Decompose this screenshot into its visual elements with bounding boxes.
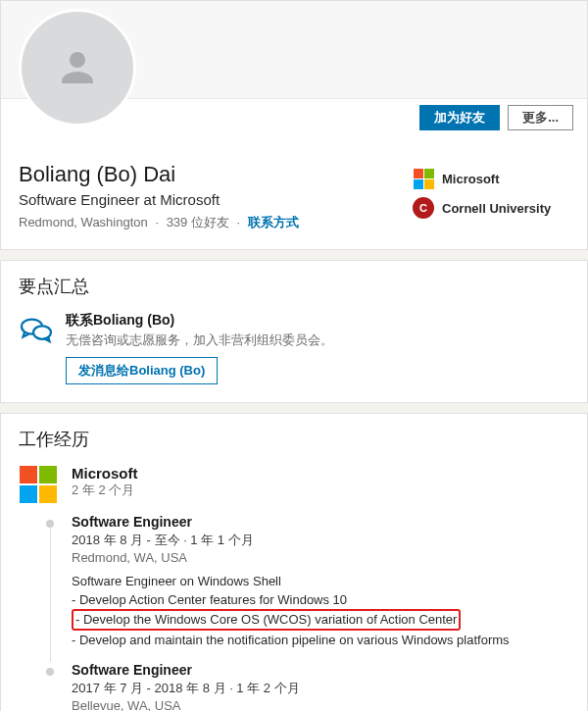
highlighted-line: - Develop the Windows Core OS (WCOS) var… — [72, 609, 461, 631]
company-name: Microsoft — [72, 465, 138, 482]
section-title: 要点汇总 — [19, 275, 569, 298]
experience-role: Software Engineer2018 年 8 月 - 至今 · 1 年 1… — [72, 514, 569, 648]
org-name: Cornell University — [442, 201, 551, 216]
profile-headline: Software Engineer at Microsoft — [19, 191, 413, 208]
role-dates: 2018 年 8 月 - 至今 · 1 年 1 个月 — [72, 532, 569, 549]
highlight-title: 联系Boliang (Bo) — [66, 312, 333, 330]
role-description: Software Engineer on Windows Shell- Deve… — [72, 573, 569, 648]
cover-area — [1, 1, 587, 99]
microsoft-logo-icon — [19, 465, 58, 504]
role-location: Bellevue, WA, USA — [72, 698, 569, 711]
profile-card: 加为好友 更多... Boliang (Bo) Dai Software Eng… — [0, 0, 588, 250]
highlight-subtitle: 无偿咨询或志愿服务，加入非营利组织委员会。 — [66, 331, 333, 349]
profile-connections: 339 位好友 — [167, 215, 229, 229]
more-button[interactable]: 更多... — [508, 105, 573, 130]
org-name: Microsoft — [442, 172, 500, 186]
microsoft-logo-icon — [413, 168, 434, 189]
send-message-button[interactable]: 发消息给Boliang (Bo) — [66, 357, 218, 384]
role-location: Redmond, WA, USA — [72, 550, 569, 565]
role-title: Software Engineer — [72, 514, 569, 530]
profile-meta: Redmond, Washington · 339 位好友 · 联系方式 — [19, 214, 413, 231]
role-line: - Develop Action Center features for Win… — [72, 591, 569, 609]
company-duration: 2 年 2 个月 — [72, 482, 138, 499]
person-icon — [54, 44, 101, 91]
role-dates: 2017 年 7 月 - 2018 年 8 月 · 1 年 2 个月 — [72, 680, 569, 697]
org-cornell[interactable]: C Cornell University — [413, 197, 569, 219]
experience-role: Software Engineer2017 年 7 月 - 2018 年 8 月… — [72, 662, 569, 711]
experience-company[interactable]: Microsoft 2 年 2 个月 — [19, 465, 569, 504]
role-title: Software Engineer — [72, 662, 569, 678]
add-friend-button[interactable]: 加为好友 — [419, 105, 500, 130]
role-line: - Develop the Windows Core OS (WCOS) var… — [72, 609, 569, 631]
role-line: Software Engineer on Windows Shell — [72, 573, 569, 590]
contact-info-link[interactable]: 联系方式 — [248, 215, 299, 229]
profile-orgs: Microsoft C Cornell University — [413, 140, 569, 231]
cornell-logo-icon: C — [413, 197, 434, 219]
experience-section: 工作经历 Microsoft 2 年 2 个月 Software Enginee… — [0, 413, 588, 711]
section-title: 工作经历 — [19, 428, 569, 451]
org-microsoft[interactable]: Microsoft — [413, 168, 569, 189]
profile-name: Boliang (Bo) Dai — [19, 162, 413, 187]
profile-location: Redmond, Washington — [19, 215, 148, 229]
avatar[interactable] — [19, 9, 136, 127]
chat-icon — [19, 312, 54, 350]
highlights-section: 要点汇总 联系Boliang (Bo) 无偿咨询或志愿服务，加入非营利组织委员会… — [0, 260, 588, 403]
role-line: - Develop and maintain the notification … — [72, 632, 569, 649]
